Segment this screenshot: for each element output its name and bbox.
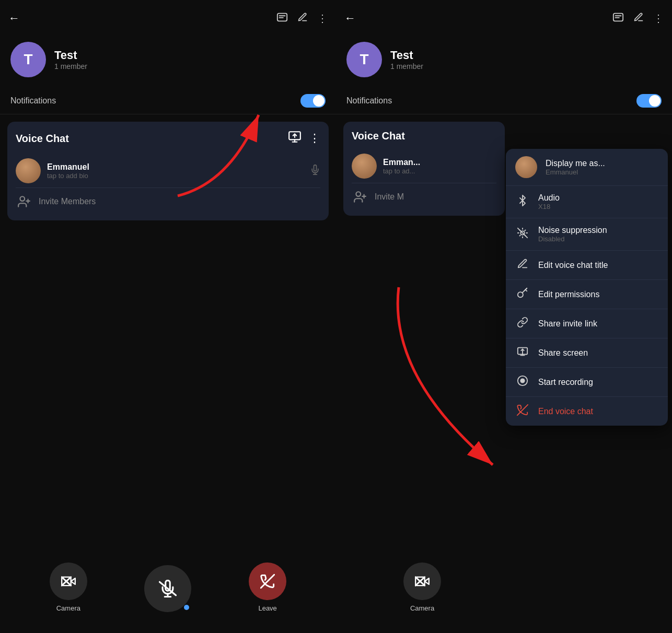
right-camera-circle xyxy=(403,562,441,600)
left-invite-icon xyxy=(16,193,32,210)
left-vc-header: Voice Chat ⋮ xyxy=(16,130,320,147)
dropdown-invite-link-label: Share invite link xyxy=(538,319,658,329)
left-group-members: 1 member xyxy=(54,62,87,71)
dropdown-audio-subtitle: X18 xyxy=(538,203,658,210)
bluetooth-icon xyxy=(515,195,530,209)
left-invite-row[interactable]: Invite Members xyxy=(16,188,320,212)
dropdown-end-label: End voice chat xyxy=(538,407,658,416)
left-notifications-toggle[interactable] xyxy=(300,94,326,108)
dropdown-screen-label: Share screen xyxy=(538,348,658,358)
dropdown-record-text: Start recording xyxy=(538,378,658,387)
left-vc-icons: ⋮ xyxy=(288,130,320,147)
left-header: ← ⋮ xyxy=(0,0,336,37)
left-vc-more-icon[interactable]: ⋮ xyxy=(309,132,320,145)
right-header: ← ⋮ xyxy=(336,0,672,37)
left-group-text: Test 1 member xyxy=(54,49,87,71)
right-notifications-toggle[interactable] xyxy=(636,94,662,108)
left-leave-button[interactable]: Leave xyxy=(249,562,286,612)
dropdown-share-invite[interactable]: Share invite link xyxy=(506,309,668,338)
left-mic-icon[interactable] xyxy=(310,165,320,178)
left-mic-button[interactable] xyxy=(144,565,191,612)
right-group-text: Test 1 member xyxy=(390,49,423,71)
left-vc-title: Voice Chat xyxy=(16,133,288,145)
right-bottom-controls: Camera xyxy=(336,562,508,612)
end-call-icon xyxy=(515,404,530,418)
left-group-avatar: T xyxy=(10,42,46,77)
right-member-info: Emman... tap to ad... xyxy=(383,158,496,175)
left-member-bio: tap to add bio xyxy=(47,172,304,180)
right-member-name: Emman... xyxy=(383,158,496,167)
dropdown-display-me[interactable]: Display me as... Emmanuel xyxy=(506,149,668,186)
right-member-bio: tap to ad... xyxy=(383,167,496,175)
svg-point-28 xyxy=(520,379,524,382)
left-back-button[interactable]: ← xyxy=(8,11,20,25)
left-group-name: Test xyxy=(54,49,87,62)
dropdown-invite-link-text: Share invite link xyxy=(538,319,658,329)
right-more-icon[interactable]: ⋮ xyxy=(653,12,664,25)
left-notifications-row: Notifications xyxy=(0,88,336,114)
record-icon xyxy=(515,375,530,389)
dropdown-edit-title-text: Edit voice chat title xyxy=(538,261,658,270)
right-invite-icon xyxy=(352,189,368,205)
left-member-row: Emmanuel tap to add bio xyxy=(16,154,320,188)
dropdown-record-label: Start recording xyxy=(538,378,658,387)
dropdown-screen-text: Share screen xyxy=(538,348,658,358)
left-camera-button[interactable]: Camera xyxy=(50,562,87,612)
left-leave-circle xyxy=(249,562,286,600)
link-icon xyxy=(515,316,530,331)
left-vc-screen-icon[interactable] xyxy=(288,130,302,147)
noise-icon xyxy=(515,227,530,241)
right-voice-chat-card: Voice Chat Emman... tap to ad... Invite … xyxy=(343,122,505,216)
right-invite-row[interactable]: Invite M xyxy=(352,183,496,207)
left-more-icon[interactable]: ⋮ xyxy=(317,12,328,25)
dropdown-noise[interactable]: Noise suppression Disabled xyxy=(506,218,668,251)
right-camera-label: Camera xyxy=(410,604,434,612)
dropdown-display-title: Display me as... xyxy=(546,159,658,168)
right-member-row: Emman... tap to ad... xyxy=(352,149,496,183)
left-edit-icon[interactable] xyxy=(297,12,308,25)
left-header-icons: ⋮ xyxy=(276,11,328,26)
right-group-members: 1 member xyxy=(390,62,423,71)
right-back-button[interactable]: ← xyxy=(344,11,356,25)
dropdown-menu: Display me as... Emmanuel Audio X18 xyxy=(506,149,668,426)
dropdown-display-subtitle: Emmanuel xyxy=(546,168,658,176)
right-member-avatar xyxy=(352,154,377,179)
right-camera-button[interactable]: Camera xyxy=(403,562,441,612)
dropdown-noise-subtitle: Disabled xyxy=(538,235,658,243)
dropdown-edit-permissions[interactable]: Edit permissions xyxy=(506,280,668,309)
dropdown-noise-title: Noise suppression xyxy=(538,226,658,235)
dropdown-permissions-text: Edit permissions xyxy=(538,290,658,299)
dropdown-audio-title: Audio xyxy=(538,193,658,203)
left-notifications-label: Notifications xyxy=(10,96,300,106)
left-mic-circle xyxy=(144,565,191,612)
dropdown-display-text: Display me as... Emmanuel xyxy=(546,159,658,176)
dropdown-audio[interactable]: Audio X18 xyxy=(506,186,668,218)
left-member-name: Emmanuel xyxy=(47,162,304,172)
dropdown-end-text: End voice chat xyxy=(538,407,658,416)
dropdown-edit-title-label: Edit voice chat title xyxy=(538,261,658,270)
right-panel: ← ⋮ T Test 1 member xyxy=(336,0,672,633)
right-notifications-label: Notifications xyxy=(346,96,636,106)
right-group-info: T Test 1 member xyxy=(336,37,672,88)
left-voice-chat-card: Voice Chat ⋮ Emmanu xyxy=(7,122,329,220)
right-edit-icon[interactable] xyxy=(633,12,644,25)
dropdown-end-voice[interactable]: End voice chat xyxy=(506,397,668,426)
screen-share-icon xyxy=(515,346,530,360)
left-bottom-controls: Camera Leave xyxy=(0,562,336,612)
left-chat-icon[interactable] xyxy=(276,11,288,26)
dropdown-share-screen[interactable]: Share screen xyxy=(506,338,668,368)
left-leave-label: Leave xyxy=(258,604,276,612)
dropdown-start-recording[interactable]: Start recording xyxy=(506,368,668,397)
right-vc-header: Voice Chat xyxy=(352,130,496,142)
right-header-icons: ⋮ xyxy=(612,11,664,26)
left-member-avatar xyxy=(16,158,41,183)
dropdown-profile-avatar xyxy=(515,156,537,178)
dropdown-edit-title[interactable]: Edit voice chat title xyxy=(506,251,668,280)
right-group-name: Test xyxy=(390,49,423,62)
left-camera-circle xyxy=(50,562,87,600)
left-camera-label: Camera xyxy=(56,604,80,612)
right-chat-icon[interactable] xyxy=(612,11,624,26)
left-invite-text: Invite Members xyxy=(39,197,96,206)
left-member-info: Emmanuel tap to add bio xyxy=(47,162,304,180)
left-panel: ← ⋮ T Test 1 member xyxy=(0,0,336,633)
